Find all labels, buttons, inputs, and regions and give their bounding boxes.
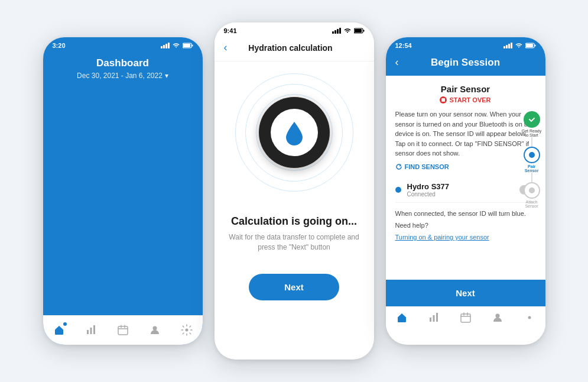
start-over-text[interactable]: START OVER <box>449 96 490 103</box>
pair-sensor-title: Pair Sensor <box>395 84 536 94</box>
need-help-label: Need help? <box>395 222 536 229</box>
svg-rect-28 <box>441 98 445 102</box>
calculation-text: Calculation is going on... Wait for the … <box>215 215 374 264</box>
bottom-nav <box>43 315 203 345</box>
nav-calendar[interactable] <box>116 323 129 336</box>
svg-rect-22 <box>355 29 362 33</box>
step-1-label: Get Ready to Start <box>521 129 543 137</box>
circles <box>235 73 353 192</box>
step-3-label: Attach Sensor <box>521 200 543 208</box>
chevron-down-icon: ▾ <box>165 72 168 80</box>
svg-rect-18 <box>118 326 128 335</box>
svg-point-19 <box>152 326 157 330</box>
status-icons-3 <box>503 43 536 48</box>
battery-icon <box>354 28 365 34</box>
svg-rect-23 <box>363 30 364 32</box>
nav-calendar-3[interactable] <box>460 312 472 326</box>
step-2-label: Pair Sensor <box>521 164 543 173</box>
next-button-3[interactable]: Next <box>386 280 545 306</box>
hydration-top-bar: ‹ Hydration calculation <box>215 37 374 61</box>
stop-icon <box>440 96 447 103</box>
time-3: 12:54 <box>395 42 412 49</box>
calculation-heading: Calculation is going on... <box>226 215 362 228</box>
nav-settings-3[interactable] <box>524 312 535 326</box>
nav-home-3[interactable] <box>396 312 408 326</box>
water-drop-icon <box>284 119 305 145</box>
back-button[interactable]: ‹ <box>224 41 228 54</box>
nav-chart[interactable] <box>85 323 98 336</box>
sensor-name: Hydro S377 <box>407 182 450 191</box>
instruction-text: Please turn on your sensor now. When you… <box>395 109 536 158</box>
phone-begin-session: 12:54 ‹ Begin Session <box>386 37 545 345</box>
phone-hydration: 9:41 ‹ Hydration calc <box>215 22 374 360</box>
calculation-subtext: Wait for the data transfer to complete a… <box>226 232 362 252</box>
svg-rect-29 <box>430 318 431 322</box>
find-sensor-link[interactable]: FIND SENSOR <box>395 163 536 170</box>
refresh-icon <box>395 163 402 170</box>
svg-rect-26 <box>534 45 535 47</box>
step-line-2 <box>531 173 532 182</box>
connected-text: When connected, the sensor ID will turn … <box>395 209 536 219</box>
status-icons-2 <box>332 28 365 34</box>
svg-rect-16 <box>90 328 92 334</box>
steps-sidebar: Get Ready to Start Pair Sensor Attach Se… <box>521 111 543 208</box>
step-2-pair <box>524 147 540 163</box>
time-2: 9:41 <box>224 27 237 34</box>
svg-rect-25 <box>526 44 533 47</box>
phones-container: 3:20 Dashboard <box>0 5 588 377</box>
nav-chart-3[interactable] <box>428 312 440 326</box>
status-bar-3: 12:54 <box>386 37 545 51</box>
nav-home[interactable] <box>53 323 66 336</box>
nav-person-3[interactable] <box>492 312 503 326</box>
date-range[interactable]: Dec 30, 2021 - Jan 6, 2022 ▾ <box>53 72 193 80</box>
wifi-icon <box>343 28 352 34</box>
svg-rect-17 <box>93 325 95 334</box>
nav-settings[interactable] <box>180 323 193 336</box>
wifi-icon <box>172 43 180 48</box>
step-3-attach <box>524 182 540 199</box>
bottom-nav-3 <box>386 306 545 332</box>
step-line-1 <box>531 137 532 147</box>
dashboard-header: Dashboard Dec 30, 2021 - Jan 6, 2022 ▾ <box>43 51 203 345</box>
status-icons-1 <box>161 43 193 48</box>
begin-session-title: Begin Session <box>406 57 525 69</box>
svg-point-20 <box>185 328 188 331</box>
watch-face <box>259 97 330 168</box>
sensor-item[interactable]: Hydro S377 Connected <box>395 177 536 203</box>
svg-rect-32 <box>461 314 470 322</box>
phone-dashboard: 3:20 Dashboard <box>43 37 203 345</box>
sensor-dot <box>395 187 401 193</box>
status-bar-2: 9:41 <box>215 22 374 37</box>
battery-icon <box>525 43 536 48</box>
svg-rect-1 <box>183 44 190 47</box>
time-1: 3:20 <box>53 42 66 49</box>
dashboard-title: Dashboard <box>53 57 193 69</box>
svg-point-34 <box>528 316 531 319</box>
start-over-row: START OVER <box>395 96 536 103</box>
begin-session-header: ‹ Begin Session <box>386 51 545 76</box>
nav-person[interactable] <box>148 323 161 336</box>
back-button-3[interactable]: ‹ <box>395 56 399 69</box>
signal-icon <box>161 43 170 48</box>
svg-rect-15 <box>87 330 89 334</box>
wifi-icon <box>515 43 523 48</box>
help-link[interactable]: Turning on & pairing your sensor <box>395 234 489 241</box>
svg-rect-2 <box>191 45 193 47</box>
svg-point-33 <box>495 313 499 318</box>
battery-icon <box>183 43 193 48</box>
next-button-2[interactable]: Next <box>249 274 339 300</box>
watch-inner <box>271 109 318 156</box>
status-bar-1: 3:20 <box>43 37 203 51</box>
signal-icon <box>503 43 512 48</box>
svg-rect-31 <box>436 313 438 322</box>
step-1-get-ready <box>524 111 540 128</box>
sensor-status: Connected <box>407 191 450 198</box>
svg-rect-30 <box>433 315 434 322</box>
watch-animation <box>215 61 374 215</box>
hydration-title: Hydration calculation <box>248 43 332 53</box>
signal-icon <box>332 28 341 34</box>
